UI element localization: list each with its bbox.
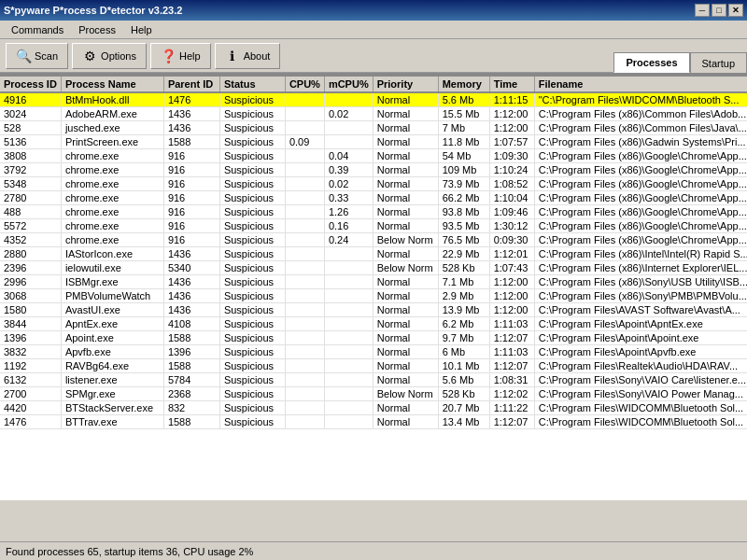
cell-0: 1580 — [0, 303, 61, 317]
table-row[interactable]: 2700SPMgr.exe2368SuspiciousBelow Norm528… — [0, 387, 747, 401]
menu-help[interactable]: Help — [123, 22, 160, 37]
help-icon: ❓ — [161, 49, 176, 63]
table-header-row: Process ID Process Name Parent ID Status… — [0, 77, 747, 92]
cell-4 — [285, 331, 324, 345]
table-scroll-area[interactable]: Process ID Process Name Parent ID Status… — [0, 77, 747, 500]
table-row[interactable]: 2780chrome.exe916Suspicious0.33Normal66.… — [0, 191, 747, 205]
scan-button[interactable]: 🔍 Scan — [6, 43, 68, 69]
cell-3: Suspicious — [219, 359, 285, 373]
table-row[interactable]: 3068PMBVolumeWatch1436SuspiciousNormal2.… — [0, 289, 747, 303]
cell-9: C:\Program Files\WIDCOMM\Bluetooth Sol..… — [534, 401, 747, 415]
col-status[interactable]: Status — [219, 77, 285, 92]
col-cpu[interactable]: CPU% — [285, 77, 324, 92]
table-row[interactable]: 4420BTStackServer.exe832SuspiciousNormal… — [0, 401, 747, 415]
table-row[interactable]: 1476BTTrav.exe1588SuspiciousNormal13.4 M… — [0, 415, 747, 429]
options-button[interactable]: ⚙ Options — [72, 43, 147, 69]
cell-2: 916 — [163, 191, 219, 205]
cell-6: Normal — [373, 247, 438, 261]
table-row[interactable]: 3024AdobeARM.exe1436Suspicious0.02Normal… — [0, 107, 747, 121]
cell-8: 1:12:00 — [489, 289, 534, 303]
cell-9: C:\Program Files (x86)\Google\Chrome\App… — [534, 219, 747, 233]
table-row[interactable]: 1192RAVBg64.exe1588SuspiciousNormal10.1 … — [0, 359, 747, 373]
col-mcpu[interactable]: mCPU% — [324, 77, 373, 92]
cell-6: Normal — [373, 275, 438, 289]
cell-8: 1:07:43 — [489, 261, 534, 275]
cell-5: 0.02 — [324, 177, 373, 191]
cell-0: 2700 — [0, 387, 61, 401]
table-row[interactable]: 5572chrome.exe916Suspicious0.16Normal93.… — [0, 219, 747, 233]
cell-2: 916 — [163, 205, 219, 219]
col-parent-id[interactable]: Parent ID — [163, 77, 219, 92]
table-row[interactable]: 1580AvastUI.exe1436SuspiciousNormal13.9 … — [0, 303, 747, 317]
tab-processes[interactable]: Processes — [613, 52, 689, 73]
about-button[interactable]: ℹ About — [215, 43, 281, 69]
cell-1: RAVBg64.exe — [61, 359, 163, 373]
title-bar: S*pyware P*rocess D*etector v3.23.2 ─ □ … — [0, 0, 747, 21]
table-row[interactable]: 2996ISBMgr.exe1436SuspiciousNormal7.1 Mb… — [0, 275, 747, 289]
cell-5 — [324, 135, 373, 149]
table-row[interactable]: 1396Apoint.exe1588SuspiciousNormal9.7 Mb… — [0, 331, 747, 345]
col-process-name[interactable]: Process Name — [61, 77, 163, 92]
table-row[interactable]: 488chrome.exe916Suspicious1.26Normal93.8… — [0, 205, 747, 219]
cell-8: 1:12:00 — [489, 275, 534, 289]
cell-4 — [285, 387, 324, 401]
menu-bar: Commands Process Help — [0, 21, 747, 39]
cell-3: Suspicious — [219, 373, 285, 387]
close-button[interactable]: ✕ — [728, 4, 743, 17]
cell-2: 1436 — [163, 303, 219, 317]
maximize-button[interactable]: □ — [712, 4, 726, 17]
col-memory[interactable]: Memory — [438, 77, 489, 92]
status-text: Found processes 65, startup items 36, CP… — [6, 546, 253, 557]
cell-7: 5.6 Mb — [438, 373, 489, 387]
table-row[interactable]: 4916BtMmHook.dll1476SuspiciousNormal5.6 … — [0, 92, 747, 107]
col-filename[interactable]: Filename — [534, 77, 747, 92]
table-row[interactable]: 6132listener.exe5784SuspiciousNormal5.6 … — [0, 373, 747, 387]
menu-commands[interactable]: Commands — [4, 22, 71, 37]
minimize-button[interactable]: ─ — [695, 4, 710, 17]
table-row[interactable]: 5136PrintScreen.exe1588Suspicious0.09Nor… — [0, 135, 747, 149]
cell-1: ISBMgr.exe — [61, 275, 163, 289]
cell-0: 4352 — [0, 233, 61, 247]
cell-8: 1:08:31 — [489, 373, 534, 387]
cell-7: 73.9 Mb — [438, 177, 489, 191]
cell-9: C:\Program Files (x86)\Common Files\Java… — [534, 121, 747, 135]
table-row[interactable]: 3808chrome.exe916Suspicious0.04Normal54 … — [0, 149, 747, 163]
table-row[interactable]: 4352chrome.exe916Suspicious0.24Below Nor… — [0, 233, 747, 247]
cell-7: 528 Kb — [438, 387, 489, 401]
cell-3: Suspicious — [219, 387, 285, 401]
cell-0: 4420 — [0, 401, 61, 415]
cell-3: Suspicious — [219, 219, 285, 233]
col-priority[interactable]: Priority — [373, 77, 438, 92]
table-row[interactable]: 528jusched.exe1436SuspiciousNormal7 Mb1:… — [0, 121, 747, 135]
table-row[interactable]: 3844ApntEx.exe4108SuspiciousNormal6.2 Mb… — [0, 317, 747, 331]
cell-4 — [285, 233, 324, 247]
cell-2: 1476 — [163, 92, 219, 107]
menu-process[interactable]: Process — [71, 22, 123, 37]
cell-9: C:\Program Files (x86)\Sony\USB Utility\… — [534, 275, 747, 289]
cell-9: C:\Program Files (x86)\Google\Chrome\App… — [534, 163, 747, 177]
help-button[interactable]: ❓ Help — [150, 43, 211, 69]
table-row[interactable]: 2880IAStorIcon.exe1436SuspiciousNormal22… — [0, 247, 747, 261]
table-row[interactable]: 2396ielowutil.exe5340SuspiciousBelow Nor… — [0, 261, 747, 275]
cell-7: 66.2 Mb — [438, 191, 489, 205]
tab-startup[interactable]: Startup — [690, 52, 747, 73]
cell-1: PMBVolumeWatch — [61, 289, 163, 303]
cell-5 — [324, 275, 373, 289]
cell-4 — [285, 415, 324, 429]
cell-9: C:\Program Files\Apoint\Apoint.exe — [534, 331, 747, 345]
col-process-id[interactable]: Process ID — [0, 77, 61, 92]
cell-5 — [324, 331, 373, 345]
cell-8: 1:09:30 — [489, 149, 534, 163]
cell-4 — [285, 177, 324, 191]
table-row[interactable]: 3792chrome.exe916Suspicious0.39Normal109… — [0, 163, 747, 177]
cell-3: Suspicious — [219, 191, 285, 205]
cell-1: BTTrav.exe — [61, 415, 163, 429]
cell-7: 7 Mb — [438, 121, 489, 135]
cell-1: chrome.exe — [61, 219, 163, 233]
cell-0: 2780 — [0, 191, 61, 205]
cell-0: 1476 — [0, 415, 61, 429]
col-time[interactable]: Time — [489, 77, 534, 92]
table-row[interactable]: 5348chrome.exe916Suspicious0.02Normal73.… — [0, 177, 747, 191]
status-bar: Found processes 65, startup items 36, CP… — [0, 541, 747, 560]
table-row[interactable]: 3832Apvfb.exe1396SuspiciousNormal6 Mb1:1… — [0, 345, 747, 359]
